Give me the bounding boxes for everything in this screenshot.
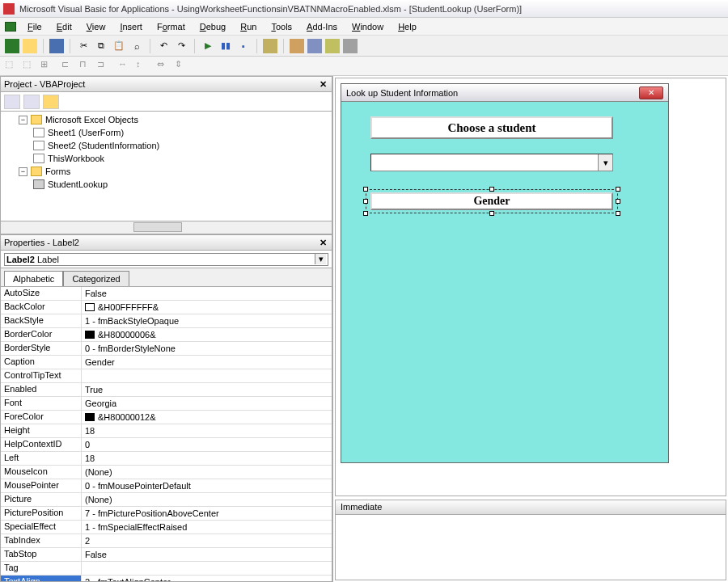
menu-window[interactable]: Window <box>345 20 390 33</box>
save-button[interactable] <box>49 39 64 53</box>
form-designer[interactable]: Look up Student Information ✕ Choose a s… <box>335 78 726 496</box>
tree-item-sheet1[interactable]: Sheet1 (UserForm) <box>4 126 328 139</box>
menu-addins[interactable]: Add-Ins <box>300 20 344 33</box>
menu-run[interactable]: Run <box>234 20 263 33</box>
close-icon[interactable]: ✕ <box>639 86 663 99</box>
reset-button[interactable]: ▪ <box>236 39 251 53</box>
property-row[interactable]: BorderStyle0 - fmBorderStyleNone <box>1 342 332 356</box>
property-row[interactable]: MousePointer0 - fmMousePointerDefault <box>1 479 332 493</box>
vspace-icon[interactable]: ⇕ <box>175 59 189 74</box>
object-browser-button[interactable] <box>325 39 340 53</box>
undo-button[interactable]: ↶ <box>156 39 171 53</box>
properties-grid[interactable]: AutoSizeFalseBackColor&H00FFFFFF&BackSty… <box>0 286 332 582</box>
break-button[interactable]: ▮▮ <box>218 39 233 53</box>
property-row[interactable]: BackStyle1 - fmBackStyleOpaque <box>1 314 332 328</box>
collapse-icon[interactable]: − <box>19 167 28 176</box>
tree-folder-forms[interactable]: − Forms <box>4 165 328 178</box>
resize-handle[interactable] <box>616 211 620 216</box>
view-code-button[interactable] <box>4 95 20 109</box>
sheet-icon <box>33 128 44 137</box>
tab-alphabetic[interactable]: Alphabetic <box>4 271 63 286</box>
align-right-icon[interactable]: ⊐ <box>97 59 112 74</box>
label-gender-selection[interactable]: Gender <box>366 189 618 213</box>
tab-categorized[interactable]: Categorized <box>63 271 129 286</box>
run-button[interactable]: ▶ <box>201 39 215 53</box>
same-height-icon[interactable]: ↕ <box>136 59 150 74</box>
horizontal-scrollbar[interactable] <box>0 221 332 234</box>
collapse-icon[interactable]: − <box>19 116 28 124</box>
property-row[interactable]: BackColor&H00FFFFFF& <box>1 301 332 314</box>
property-row[interactable]: HelpContextID0 <box>1 438 332 452</box>
immediate-input[interactable] <box>336 515 726 580</box>
property-row[interactable]: Picture(None) <box>1 493 332 507</box>
property-row[interactable]: Tag <box>1 562 332 576</box>
property-row[interactable]: TabStopFalse <box>1 548 332 562</box>
student-combobox[interactable]: ▾ <box>370 154 613 171</box>
menu-tools[interactable]: Tools <box>265 20 298 33</box>
design-mode-button[interactable] <box>263 39 277 53</box>
tree-item-sheet2[interactable]: Sheet2 (StudentInformation) <box>4 139 328 152</box>
find-button[interactable]: ⌕ <box>129 39 144 53</box>
align-center-icon[interactable]: ⊓ <box>79 59 94 74</box>
resize-handle[interactable] <box>616 187 620 192</box>
group-icon[interactable]: ⊞ <box>40 59 55 74</box>
property-row[interactable]: TabIndex2 <box>1 534 332 548</box>
resize-handle[interactable] <box>616 199 620 204</box>
form-canvas[interactable]: Choose a student ▾ Gender <box>341 102 668 462</box>
menu-file[interactable]: File <box>21 20 49 33</box>
view-object-button[interactable] <box>23 95 40 109</box>
close-icon[interactable]: ✕ <box>317 78 328 90</box>
view-excel-button[interactable] <box>5 39 19 53</box>
tree-item-thisworkbook[interactable]: ThisWorkbook <box>4 152 328 165</box>
bring-front-icon[interactable]: ⬚ <box>5 59 19 74</box>
menu-view[interactable]: View <box>80 20 112 33</box>
send-back-icon[interactable]: ⬚ <box>23 59 37 74</box>
property-row[interactable]: Left18 <box>1 452 332 466</box>
userform-titlebar[interactable]: Look up Student Information ✕ <box>341 84 668 102</box>
property-row[interactable]: BorderColor&H80000006& <box>1 328 332 342</box>
property-row[interactable]: AutoSizeFalse <box>1 287 332 301</box>
paste-button[interactable]: 📋 <box>112 39 126 53</box>
property-row[interactable]: Height18 <box>1 424 332 438</box>
chevron-down-icon[interactable]: ▾ <box>598 154 612 171</box>
resize-handle[interactable] <box>363 211 368 216</box>
property-row[interactable]: TextAlign2 - fmTextAlignCenter <box>1 576 332 582</box>
resize-handle[interactable] <box>363 187 368 192</box>
tree-item-studentlookup[interactable]: StudentLookup <box>4 178 328 191</box>
property-row[interactable]: ControlTipText <box>1 369 332 383</box>
menu-edit[interactable]: Edit <box>50 20 78 33</box>
same-width-icon[interactable]: ↔ <box>118 59 133 74</box>
cut-button[interactable]: ✂ <box>76 39 91 53</box>
menu-debug[interactable]: Debug <box>193 20 232 33</box>
property-row[interactable]: SpecialEffect1 - fmSpecialEffectRaised <box>1 521 332 534</box>
tree-folder-excel-objects[interactable]: − Microsoft Excel Objects <box>4 113 328 126</box>
hspace-icon[interactable]: ⇔ <box>157 59 171 74</box>
property-row[interactable]: CaptionGender <box>1 356 332 369</box>
menu-help[interactable]: Help <box>392 20 423 33</box>
menu-insert[interactable]: Insert <box>113 20 149 33</box>
project-tree[interactable]: − Microsoft Excel Objects Sheet1 (UserFo… <box>0 112 332 221</box>
property-row[interactable]: ForeColor&H80000012& <box>1 411 332 424</box>
toolbox-button[interactable] <box>343 39 358 53</box>
redo-button[interactable]: ↷ <box>174 39 188 53</box>
property-row[interactable]: MouseIcon(None) <box>1 466 332 479</box>
userform-window: Look up Student Information ✕ Choose a s… <box>341 83 669 463</box>
close-icon[interactable]: ✕ <box>317 237 328 248</box>
resize-handle[interactable] <box>363 199 368 204</box>
chevron-down-icon[interactable]: ▾ <box>315 254 326 264</box>
property-row[interactable]: EnabledTrue <box>1 383 332 397</box>
insert-dropdown[interactable] <box>23 39 37 53</box>
toggle-folders-button[interactable] <box>43 95 59 109</box>
label-gender[interactable]: Gender <box>370 192 613 210</box>
resize-handle[interactable] <box>489 187 494 192</box>
property-row[interactable]: PicturePosition7 - fmPicturePositionAbov… <box>1 507 332 521</box>
property-row[interactable]: FontGeorgia <box>1 397 332 411</box>
menu-format[interactable]: Format <box>150 20 192 33</box>
copy-button[interactable]: ⧉ <box>94 39 108 53</box>
object-selector[interactable]: Label2 Label ▾ <box>0 251 332 268</box>
project-explorer-button[interactable] <box>290 39 304 53</box>
properties-button[interactable] <box>307 39 322 53</box>
label-choose-student[interactable]: Choose a student <box>370 116 613 139</box>
align-left-icon[interactable]: ⊏ <box>61 59 76 74</box>
resize-handle[interactable] <box>489 211 494 216</box>
